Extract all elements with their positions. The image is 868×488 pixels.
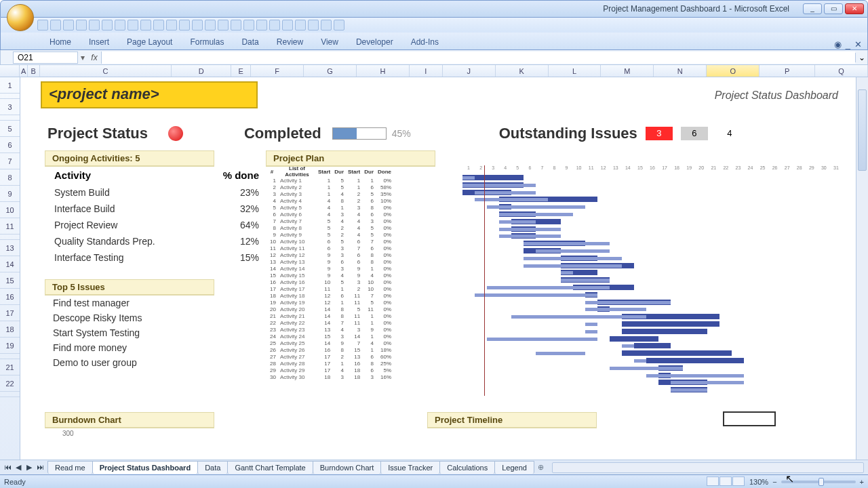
row-header[interactable]: 19 [0, 338, 20, 354]
row-header[interactable] [0, 235, 20, 240]
help-icon[interactable]: ◉ [834, 39, 842, 49]
col-header[interactable]: P [760, 65, 815, 77]
sheet-tab[interactable]: Burndown Chart [313, 461, 382, 474]
qat-icon[interactable] [140, 20, 151, 30]
row-header[interactable] [0, 392, 20, 397]
qat-icon[interactable] [192, 20, 203, 30]
col-header[interactable] [0, 65, 20, 77]
row-header[interactable]: 10 [0, 202, 20, 218]
qat-icon[interactable] [282, 20, 293, 30]
sheet-tab[interactable]: Legend [494, 461, 534, 474]
col-header[interactable]: J [443, 65, 496, 77]
office-orb[interactable] [7, 4, 34, 31]
name-box[interactable]: O21 [13, 52, 78, 64]
ribbon-close-icon[interactable]: ✕ [854, 39, 862, 49]
row-header[interactable]: 8 [0, 169, 20, 186]
row-header[interactable]: 16 [0, 289, 20, 305]
row-header[interactable]: 17 [0, 305, 20, 321]
zoom-out-icon[interactable]: − [772, 478, 776, 486]
sheet-tab[interactable]: Issue Tracker [380, 461, 440, 474]
qat-icon[interactable] [115, 20, 125, 30]
row-header[interactable]: 1 [0, 77, 20, 94]
sheet-tab[interactable]: Data [197, 461, 228, 474]
col-header[interactable]: I [410, 65, 443, 77]
col-header[interactable]: M [601, 65, 654, 77]
row-header[interactable]: 5 [0, 121, 20, 137]
ribbon-tab-view[interactable]: View [313, 35, 347, 49]
row-header[interactable]: 9 [0, 186, 20, 202]
qat-icon[interactable] [231, 20, 241, 30]
sheet-tab[interactable]: Calculations [439, 461, 495, 474]
ribbon-tab-formulas[interactable]: Formulas [182, 35, 232, 49]
minimize-button[interactable]: _ [803, 3, 822, 14]
ribbon-tab-insert[interactable]: Insert [81, 35, 117, 49]
col-header[interactable]: F [251, 65, 304, 77]
row-header[interactable] [0, 115, 20, 121]
row-header[interactable] [0, 94, 20, 99]
ribbon-tab-data[interactable]: Data [233, 35, 267, 49]
qat-icon[interactable] [321, 20, 332, 30]
row-header[interactable]: 15 [0, 272, 20, 289]
zoom-pct[interactable]: 130% [749, 478, 768, 486]
col-header[interactable]: N [654, 65, 707, 77]
tab-nav-prev-icon[interactable]: ◀ [14, 463, 23, 472]
sheet-tab[interactable]: Gantt Chart Template [227, 461, 313, 474]
ribbon-min-icon[interactable]: _ [846, 39, 850, 49]
view-buttons[interactable] [707, 476, 745, 487]
horizontal-scrollbar[interactable] [552, 462, 864, 473]
qat-icon[interactable] [256, 20, 267, 30]
col-header[interactable]: D [172, 65, 231, 77]
qat-icon[interactable] [153, 20, 164, 30]
vertical-scrollbar[interactable] [856, 77, 868, 460]
formula-expand-icon[interactable]: ⌄ [855, 53, 867, 62]
row-header[interactable]: 14 [0, 256, 20, 272]
zoom-slider[interactable] [781, 481, 856, 483]
ribbon-tab-home[interactable]: Home [41, 35, 79, 49]
qat-icon[interactable] [269, 20, 280, 30]
qat-icon[interactable] [50, 20, 61, 30]
qat-icon[interactable] [308, 20, 319, 30]
qat-icon[interactable] [295, 20, 306, 30]
col-header[interactable]: G [304, 65, 357, 77]
maximize-button[interactable]: ▭ [824, 3, 843, 14]
new-sheet-icon[interactable]: ⊕ [534, 463, 548, 472]
qat-icon[interactable] [102, 20, 113, 30]
col-header[interactable]: O [707, 65, 760, 77]
qat-icon[interactable] [179, 20, 190, 30]
tab-nav-next-icon[interactable]: ▶ [24, 463, 34, 472]
row-header[interactable]: 13 [0, 240, 20, 256]
row-header[interactable] [0, 354, 20, 359]
qat-icon[interactable] [37, 20, 48, 30]
col-header[interactable]: Q [815, 65, 868, 77]
col-header[interactable]: B [28, 65, 40, 77]
col-header[interactable]: K [496, 65, 549, 77]
row-header[interactable]: 22 [0, 375, 20, 392]
qat-icon[interactable] [334, 20, 344, 30]
row-header[interactable]: 7 [0, 153, 20, 169]
col-header[interactable]: C [40, 65, 172, 77]
ribbon-tab-page-layout[interactable]: Page Layout [119, 35, 180, 49]
tab-nav-first-icon[interactable]: ⏮ [3, 463, 12, 472]
col-header[interactable]: L [549, 65, 601, 77]
row-header[interactable]: 18 [0, 321, 20, 338]
row-header[interactable]: 11 [0, 218, 20, 235]
close-button[interactable]: ✕ [845, 3, 864, 14]
col-header[interactable]: A [20, 65, 28, 77]
worksheet[interactable]: <project name> Project Status Dashboard … [20, 77, 856, 460]
qat-icon[interactable] [205, 20, 216, 30]
row-header[interactable]: 6 [0, 137, 20, 153]
qat-icon[interactable] [218, 20, 229, 30]
qat-icon[interactable] [166, 20, 177, 30]
row-header[interactable]: 21 [0, 359, 20, 375]
row-header[interactable]: 3 [0, 99, 20, 115]
project-name-cell[interactable]: <project name> [41, 81, 258, 108]
col-header[interactable]: E [231, 65, 251, 77]
ribbon-tab-add-ins[interactable]: Add-Ins [403, 35, 447, 49]
formula-input[interactable] [101, 52, 855, 64]
qat-icon[interactable] [127, 20, 138, 30]
sheet-tab[interactable]: Project Status Dashboard [92, 461, 198, 474]
qat-icon[interactable] [243, 20, 254, 30]
qat-icon[interactable] [63, 20, 74, 30]
zoom-in-icon[interactable]: + [860, 478, 864, 486]
namebox-dropdown-icon[interactable]: ▾ [78, 53, 87, 62]
